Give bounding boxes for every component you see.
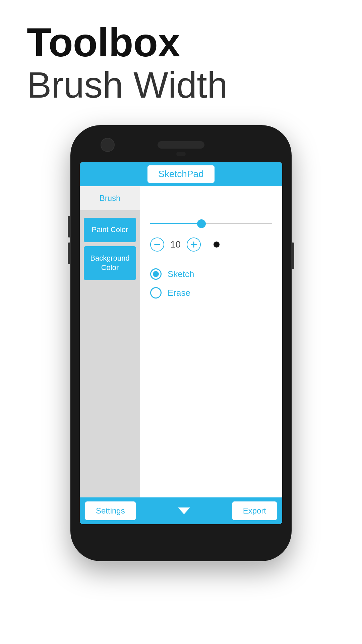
page-header: Toolbox Brush Width — [0, 0, 362, 115]
phone-screen: SketchPad Brush Paint Color Background C… — [80, 162, 282, 524]
sidebar-brush-tab[interactable]: Brush — [80, 186, 140, 210]
phone-frame: SketchPad Brush Paint Color Background C… — [70, 125, 292, 561]
main-panel: 10 Sketch — [140, 186, 282, 497]
paint-color-label: Paint Color — [92, 225, 128, 234]
decrement-button[interactable] — [150, 237, 164, 252]
slider-track — [150, 223, 272, 224]
phone-camera-icon — [101, 138, 115, 152]
slider-thumb[interactable] — [197, 219, 206, 228]
sketch-radio-outer — [150, 268, 162, 280]
mode-radio-section: Sketch Erase — [150, 268, 272, 299]
chevron-down-button[interactable] — [175, 502, 193, 519]
sketch-radio-label: Sketch — [168, 269, 194, 279]
title-toolbox: Toolbox — [27, 20, 362, 64]
minus-icon — [154, 244, 160, 245]
phone-power-button — [291, 243, 294, 269]
sidebar: Brush Paint Color Background Color — [80, 186, 140, 497]
app-bar-title: SketchPad — [158, 169, 203, 179]
sidebar-gap — [80, 210, 140, 216]
title-brush-width: Brush Width — [27, 64, 362, 105]
stepper-row: 10 — [150, 237, 272, 252]
erase-radio-outer — [150, 287, 162, 299]
settings-label: Settings — [96, 506, 125, 515]
phone-volume-up-button — [68, 216, 71, 237]
slider-track-container[interactable] — [150, 223, 272, 224]
background-color-label: Background Color — [90, 254, 129, 272]
erase-radio-label: Erase — [168, 288, 190, 298]
sketch-radio-row[interactable]: Sketch — [150, 268, 272, 280]
sketch-radio-inner — [153, 271, 159, 277]
bottom-bar: Settings Export — [80, 497, 282, 524]
sidebar-brush-label: Brush — [100, 194, 121, 203]
app-bar-title-container: SketchPad — [147, 165, 214, 183]
phone-speaker-icon — [158, 141, 204, 149]
phone-wrapper: SketchPad Brush Paint Color Background C… — [70, 125, 292, 561]
brush-preview-dot — [214, 241, 220, 248]
brush-width-slider-section — [150, 223, 272, 224]
chevron-down-icon — [178, 507, 190, 514]
erase-radio-row[interactable]: Erase — [150, 287, 272, 299]
increment-button[interactable] — [187, 237, 201, 252]
plus-icon — [191, 241, 197, 248]
export-button[interactable]: Export — [232, 501, 277, 520]
background-color-button[interactable]: Background Color — [84, 246, 136, 280]
export-label: Export — [243, 506, 266, 515]
screen-content: Brush Paint Color Background Color — [80, 186, 282, 497]
phone-volume-down-button — [68, 243, 71, 264]
app-bar: SketchPad — [80, 162, 282, 186]
slider-fill — [150, 223, 201, 224]
phone-sensor-icon — [176, 152, 186, 156]
settings-button[interactable]: Settings — [85, 501, 136, 520]
paint-color-button[interactable]: Paint Color — [84, 218, 136, 242]
stepper-value: 10 — [170, 239, 181, 250]
